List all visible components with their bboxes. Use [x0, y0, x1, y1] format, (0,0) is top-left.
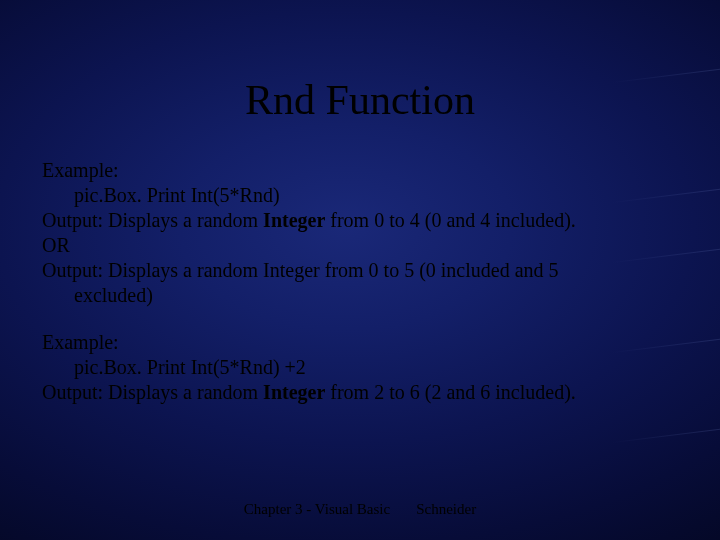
example1-output1: Output: Displays a random Integer from 0… [42, 208, 682, 233]
example1-or: OR [42, 233, 682, 258]
text: from 0 to 4 (0 and 4 included). [325, 209, 576, 231]
slide-footer: Chapter 3 - Visual BasicSchneider [0, 501, 720, 518]
text: Output: Displays a random [42, 209, 263, 231]
footer-right: Schneider [416, 501, 476, 517]
text-bold: Integer [263, 381, 325, 403]
slide-title: Rnd Function [0, 76, 720, 124]
footer-left: Chapter 3 - Visual Basic [244, 501, 390, 517]
spacer [42, 308, 682, 330]
example1-label: Example: [42, 158, 682, 183]
example2-code: pic.Box. Print Int(5*Rnd) +2 [42, 355, 682, 380]
text: from 2 to 6 (2 and 6 included). [325, 381, 576, 403]
example1-output2-line2: excluded) [42, 283, 682, 308]
slide: Rnd Function Example: pic.Box. Print Int… [0, 0, 720, 540]
example1-code: pic.Box. Print Int(5*Rnd) [42, 183, 682, 208]
text-bold: Integer [263, 209, 325, 231]
example2-label: Example: [42, 330, 682, 355]
text: Output: Displays a random [42, 381, 263, 403]
example1-output2-line1: Output: Displays a random Integer from 0… [42, 258, 682, 283]
slide-body: Example: pic.Box. Print Int(5*Rnd) Outpu… [42, 158, 682, 405]
example2-output: Output: Displays a random Integer from 2… [42, 380, 682, 405]
